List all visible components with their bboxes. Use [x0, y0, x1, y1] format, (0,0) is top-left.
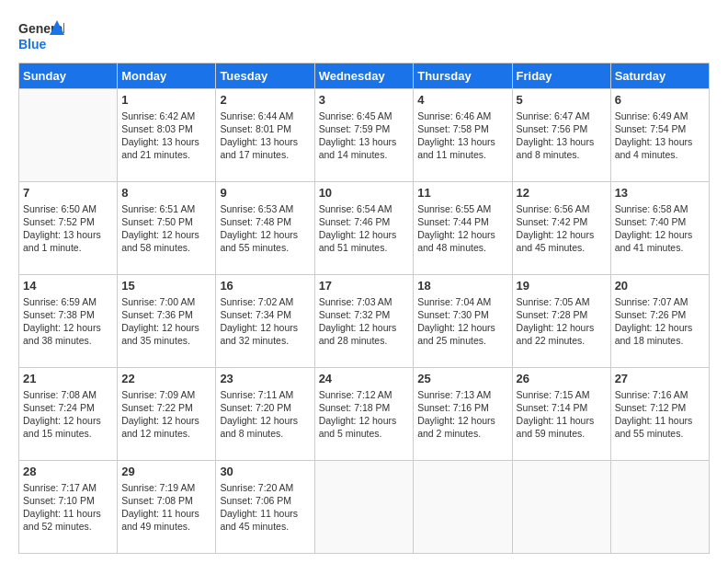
calendar-cell: 27Sunrise: 7:16 AMSunset: 7:12 PMDayligh…	[610, 368, 709, 461]
day-number: 26	[517, 371, 607, 387]
day-info-line: Sunrise: 6:45 AM	[319, 109, 410, 122]
day-info-line: Sunset: 7:50 PM	[121, 215, 211, 228]
day-info-line: and 45 minutes.	[220, 520, 310, 533]
day-info-line: Sunrise: 7:04 AM	[417, 295, 507, 308]
day-number: 10	[319, 185, 410, 201]
day-info-line: Daylight: 12 hours	[417, 321, 507, 334]
day-info-line: Sunrise: 7:03 AM	[319, 295, 410, 308]
day-info-line: and 21 minutes.	[121, 148, 211, 161]
day-info-line: and 55 minutes.	[615, 427, 705, 440]
week-row-2: 7Sunrise: 6:50 AMSunset: 7:52 PMDaylight…	[19, 182, 710, 275]
calendar-cell: 12Sunrise: 6:56 AMSunset: 7:42 PMDayligh…	[512, 182, 610, 275]
day-info-line: Daylight: 11 hours	[220, 507, 310, 520]
day-info-line: Daylight: 12 hours	[417, 228, 507, 241]
day-info-line: Sunrise: 6:44 AM	[220, 109, 310, 122]
header: GeneralBlue	[18, 17, 710, 53]
calendar-cell: 2Sunrise: 6:44 AMSunset: 8:01 PMDaylight…	[216, 89, 314, 182]
day-info-line: Sunrise: 6:58 AM	[615, 202, 705, 215]
calendar-header-row: SundayMondayTuesdayWednesdayThursdayFrid…	[19, 63, 710, 89]
day-info-line: Sunrise: 6:54 AM	[319, 202, 410, 215]
day-info-line: Sunset: 7:14 PM	[517, 401, 607, 414]
day-info-line: Sunrise: 7:20 AM	[220, 481, 310, 494]
day-number: 19	[517, 278, 607, 294]
day-number: 6	[615, 92, 705, 109]
day-info-line: Sunrise: 7:19 AM	[121, 481, 211, 494]
day-info-line: Sunset: 7:52 PM	[23, 215, 113, 228]
day-number: 12	[517, 185, 607, 201]
day-info-line: Sunset: 7:44 PM	[417, 215, 507, 228]
day-info-line: Sunset: 7:58 PM	[417, 122, 507, 135]
calendar-cell: 24Sunrise: 7:12 AMSunset: 7:18 PMDayligh…	[314, 368, 414, 461]
calendar-cell: 11Sunrise: 6:55 AMSunset: 7:44 PMDayligh…	[414, 182, 512, 275]
calendar-cell: 28Sunrise: 7:17 AMSunset: 7:10 PMDayligh…	[19, 461, 118, 554]
day-info-line: Sunrise: 7:12 AM	[319, 388, 410, 401]
day-info-line: Sunrise: 7:15 AM	[517, 388, 607, 401]
day-info-line: Sunset: 7:40 PM	[615, 215, 705, 228]
day-info-line: and 12 minutes.	[121, 427, 211, 440]
day-info-line: Sunset: 7:34 PM	[220, 308, 310, 321]
calendar-cell: 10Sunrise: 6:54 AMSunset: 7:46 PMDayligh…	[314, 182, 414, 275]
day-info-line: Daylight: 13 hours	[517, 135, 607, 148]
day-number: 8	[121, 185, 211, 201]
day-number: 3	[319, 92, 410, 109]
day-info-line: Sunset: 7:30 PM	[417, 308, 507, 321]
col-header-saturday: Saturday	[610, 63, 709, 89]
day-info-line: and 18 minutes.	[615, 334, 705, 347]
week-row-3: 14Sunrise: 6:59 AMSunset: 7:38 PMDayligh…	[19, 275, 710, 368]
day-info-line: Daylight: 12 hours	[319, 414, 410, 427]
calendar-cell: 22Sunrise: 7:09 AMSunset: 7:22 PMDayligh…	[118, 368, 216, 461]
day-info-line: Sunrise: 7:02 AM	[220, 295, 310, 308]
day-info-line: and 45 minutes.	[517, 241, 607, 254]
calendar-cell: 19Sunrise: 7:05 AMSunset: 7:28 PMDayligh…	[512, 275, 610, 368]
page: GeneralBlue SundayMondayTuesdayWednesday…	[0, 0, 728, 563]
calendar-cell: 13Sunrise: 6:58 AMSunset: 7:40 PMDayligh…	[610, 182, 709, 275]
day-number: 11	[417, 185, 507, 201]
day-info-line: Sunrise: 6:56 AM	[517, 202, 607, 215]
day-number: 27	[615, 371, 705, 387]
day-number: 15	[121, 278, 211, 294]
day-info-line: and 4 minutes.	[615, 148, 705, 161]
calendar-cell: 8Sunrise: 6:51 AMSunset: 7:50 PMDaylight…	[118, 182, 216, 275]
day-info-line: Daylight: 13 hours	[319, 135, 410, 148]
day-info-line: Daylight: 12 hours	[417, 414, 507, 427]
day-info-line: and 49 minutes.	[121, 520, 211, 533]
day-info-line: and 32 minutes.	[220, 334, 310, 347]
day-info-line: Sunset: 7:08 PM	[121, 494, 211, 507]
calendar-cell	[414, 461, 512, 554]
calendar-cell: 16Sunrise: 7:02 AMSunset: 7:34 PMDayligh…	[216, 275, 314, 368]
day-info-line: Daylight: 13 hours	[220, 135, 310, 148]
day-info-line: Sunset: 7:16 PM	[417, 401, 507, 414]
calendar-cell: 5Sunrise: 6:47 AMSunset: 7:56 PMDaylight…	[512, 89, 610, 182]
calendar-cell: 6Sunrise: 6:49 AMSunset: 7:54 PMDaylight…	[610, 89, 709, 182]
day-info-line: and 11 minutes.	[417, 148, 507, 161]
day-info-line: Sunrise: 6:51 AM	[121, 202, 211, 215]
day-info-line: Sunrise: 7:09 AM	[121, 388, 211, 401]
day-info-line: Sunset: 7:38 PM	[23, 308, 113, 321]
day-info-line: Sunrise: 7:13 AM	[417, 388, 507, 401]
day-info-line: Sunrise: 7:16 AM	[615, 388, 705, 401]
day-info-line: Daylight: 12 hours	[615, 228, 705, 241]
day-info-line: Daylight: 13 hours	[615, 135, 705, 148]
day-info-line: and 8 minutes.	[220, 427, 310, 440]
logo: GeneralBlue	[18, 17, 64, 53]
day-info-line: and 1 minute.	[23, 241, 113, 254]
week-row-5: 28Sunrise: 7:17 AMSunset: 7:10 PMDayligh…	[19, 461, 710, 554]
logo-svg: GeneralBlue	[18, 17, 64, 53]
day-info-line: Daylight: 11 hours	[517, 414, 607, 427]
day-number: 25	[417, 371, 507, 387]
day-info-line: Daylight: 13 hours	[417, 135, 507, 148]
calendar-cell: 4Sunrise: 6:46 AMSunset: 7:58 PMDaylight…	[414, 89, 512, 182]
day-number: 21	[23, 371, 113, 387]
day-info-line: Daylight: 12 hours	[615, 321, 705, 334]
day-info-line: Sunrise: 6:47 AM	[517, 109, 607, 122]
day-number: 14	[23, 278, 113, 294]
col-header-friday: Friday	[512, 63, 610, 89]
col-header-thursday: Thursday	[414, 63, 512, 89]
day-info-line: Sunrise: 7:00 AM	[121, 295, 211, 308]
day-number: 5	[517, 92, 607, 109]
day-info-line: Daylight: 11 hours	[23, 507, 113, 520]
day-number: 28	[23, 464, 113, 480]
day-info-line: and 51 minutes.	[319, 241, 410, 254]
day-info-line: Daylight: 11 hours	[121, 507, 211, 520]
day-info-line: and 59 minutes.	[517, 427, 607, 440]
